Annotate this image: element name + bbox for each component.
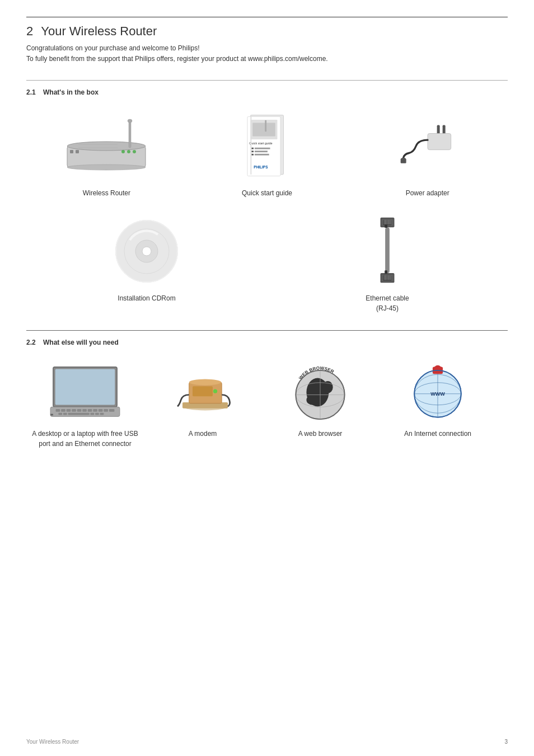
svg-point-4 xyxy=(133,150,136,153)
svg-rect-19 xyxy=(255,148,270,149)
internet-image: WWW xyxy=(407,360,469,424)
svg-rect-20 xyxy=(251,151,254,153)
item-modem-label: A modem xyxy=(189,429,217,439)
svg-rect-2 xyxy=(70,150,73,153)
svg-rect-18 xyxy=(251,148,254,149)
section-heading: Your Wireless Router xyxy=(41,24,157,39)
svg-rect-58 xyxy=(55,369,115,405)
svg-point-81 xyxy=(189,379,222,385)
svg-rect-73 xyxy=(68,413,90,415)
modem-icon xyxy=(172,367,233,417)
svg-rect-75 xyxy=(95,413,99,415)
svg-rect-65 xyxy=(82,409,87,412)
svg-rect-76 xyxy=(100,413,104,415)
svg-point-82 xyxy=(213,389,217,393)
svg-rect-69 xyxy=(104,409,108,412)
svg-point-8 xyxy=(128,119,132,123)
svg-rect-15 xyxy=(252,123,275,137)
modem-image xyxy=(172,360,233,424)
svg-rect-70 xyxy=(109,409,115,412)
svg-point-35 xyxy=(142,247,151,256)
section2-divider xyxy=(26,330,508,331)
footer: Your Wireless Router 3 xyxy=(0,739,534,745)
item-cdrom-label: Installation CDRom xyxy=(118,293,175,303)
item-cdrom: Installation CDRom xyxy=(26,215,267,303)
ethernet-icon xyxy=(368,215,407,288)
footer-right: 3 xyxy=(504,739,508,745)
svg-rect-72 xyxy=(63,413,67,415)
svg-rect-77 xyxy=(50,414,53,415)
cdrom-icon xyxy=(113,218,180,285)
item-browser: WEB BROWSER A web browser xyxy=(261,360,379,439)
svg-rect-22 xyxy=(251,154,254,156)
footer-left: Your Wireless Router xyxy=(26,739,79,745)
svg-point-5 xyxy=(127,150,130,153)
adapter-icon xyxy=(400,118,456,174)
svg-rect-68 xyxy=(99,409,103,412)
svg-rect-16 xyxy=(265,120,266,132)
svg-rect-83 xyxy=(193,386,213,396)
svg-rect-21 xyxy=(255,151,268,153)
svg-rect-56 xyxy=(385,271,387,274)
item-ethernet-label: Ethernet cable (RJ-45) xyxy=(366,293,409,313)
svg-rect-63 xyxy=(72,409,76,412)
box-items-row2: Installation CDRom xyxy=(26,215,508,313)
item-power-adapter-label: Power adapter xyxy=(406,188,449,198)
quickstart-image: Quick start guide PHILIPS xyxy=(239,110,295,182)
svg-rect-55 xyxy=(385,225,387,228)
svg-rect-60 xyxy=(56,409,60,412)
item-desktop-label: A desktop or a laptop with free USB port… xyxy=(26,429,144,449)
item-browser-label: A web browser xyxy=(298,429,343,439)
svg-rect-25 xyxy=(250,115,251,175)
item-ethernet: Ethernet cable (RJ-45) xyxy=(267,215,508,313)
svg-text:PHILIPS: PHILIPS xyxy=(254,165,268,169)
svg-rect-30 xyxy=(400,160,406,164)
svg-point-6 xyxy=(121,150,125,153)
svg-rect-27 xyxy=(442,125,445,135)
svg-rect-67 xyxy=(93,409,97,412)
svg-rect-74 xyxy=(91,413,95,415)
svg-text:WWW: WWW xyxy=(430,391,445,397)
subsection2-header: 2.2 What else will you need xyxy=(26,339,508,346)
item-wireless-router-label: Wireless Router xyxy=(83,188,130,198)
browser-icon: WEB BROWSER xyxy=(289,364,351,420)
intro-line1: Congratulations on your purchase and wel… xyxy=(26,43,508,54)
item-wireless-router: Wireless Router xyxy=(26,110,187,198)
adapter-image xyxy=(400,110,456,182)
item-quickstart-label: Quick start guide xyxy=(242,188,292,198)
section-number: 2 xyxy=(26,24,33,39)
desktop-image xyxy=(46,360,124,424)
svg-rect-23 xyxy=(255,154,269,156)
need-items-row: A desktop or a laptop with free USB port… xyxy=(26,360,508,449)
browser-image: WEB BROWSER xyxy=(289,360,351,424)
item-internet: WWW An Internet connection xyxy=(379,360,496,439)
svg-text:Quick start guide: Quick start guide xyxy=(249,142,272,145)
svg-rect-7 xyxy=(129,121,131,148)
quickstart-icon: Quick start guide PHILIPS xyxy=(239,112,295,180)
svg-rect-45 xyxy=(385,228,390,274)
ethernet-image xyxy=(368,215,407,288)
svg-rect-62 xyxy=(67,409,71,412)
subsection1-header: 2.1 What's in the box xyxy=(26,88,508,96)
box-items-row1: Wireless Router Quick start guide xyxy=(26,110,508,198)
svg-point-9 xyxy=(67,165,146,170)
router-icon xyxy=(62,115,151,177)
router-image xyxy=(62,110,151,182)
section-title: 2 Your Wireless Router xyxy=(26,24,508,39)
svg-rect-26 xyxy=(437,125,439,135)
top-divider xyxy=(26,17,508,17)
laptop-icon xyxy=(46,364,124,420)
svg-rect-28 xyxy=(428,134,451,150)
item-power-adapter: Power adapter xyxy=(347,110,508,198)
cdrom-image xyxy=(113,215,180,288)
svg-rect-61 xyxy=(61,409,65,412)
svg-rect-66 xyxy=(88,409,92,412)
intro-text: Congratulations on your purchase and wel… xyxy=(26,43,508,64)
item-desktop: A desktop or a laptop with free USB port… xyxy=(26,360,144,449)
intro-line2: To fully benefit from the support that P… xyxy=(26,54,508,64)
internet-icon: WWW xyxy=(407,364,469,420)
svg-rect-71 xyxy=(58,413,62,415)
svg-rect-3 xyxy=(76,150,79,153)
subsection1-divider xyxy=(26,80,508,81)
svg-point-1 xyxy=(67,142,146,151)
